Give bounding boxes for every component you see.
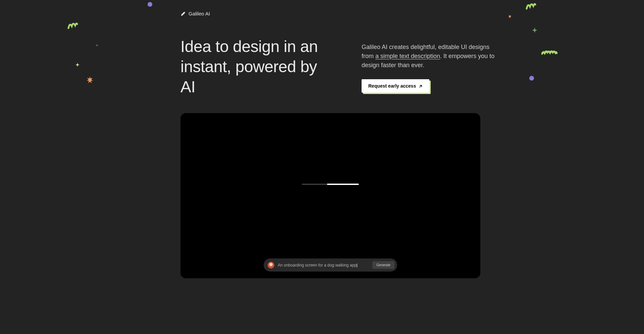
logo-icon xyxy=(180,11,186,16)
desc-highlight: a simple text description xyxy=(375,53,440,59)
demo-panel: An onboarding screen for a dog walking a… xyxy=(180,113,480,278)
svg-point-0 xyxy=(181,15,182,16)
cta-label: Request early access xyxy=(368,83,416,89)
arrow-up-right-icon xyxy=(419,84,423,88)
hero-title: Idea to design in an instant, powered by… xyxy=(180,37,335,97)
text-cursor: | xyxy=(357,263,358,268)
scribble-icon xyxy=(525,0,537,12)
progress-fill xyxy=(327,184,359,185)
logo-text: Galileo AI xyxy=(189,11,210,16)
star-icon xyxy=(96,42,98,48)
prompt-bar[interactable]: An onboarding screen for a dog walking a… xyxy=(264,258,397,272)
prompt-input[interactable]: An onboarding screen for a dog walking a… xyxy=(278,263,369,268)
scribble-icon xyxy=(67,19,78,32)
avatar xyxy=(268,262,274,269)
generate-button[interactable]: Generate xyxy=(372,261,394,269)
cloud-scribble-icon xyxy=(541,50,557,57)
star-icon xyxy=(532,28,537,34)
request-early-access-button[interactable]: Request early access xyxy=(362,79,429,93)
circle-icon xyxy=(529,76,534,81)
logo[interactable]: Galileo AI xyxy=(180,0,517,16)
prompt-text-value: An onboarding screen for a dog walking a… xyxy=(278,263,357,268)
star-icon xyxy=(75,62,79,68)
progress-bar xyxy=(302,184,359,185)
hero-description: Galileo AI creates delightful, editable … xyxy=(362,43,502,70)
burst-icon xyxy=(87,77,93,85)
